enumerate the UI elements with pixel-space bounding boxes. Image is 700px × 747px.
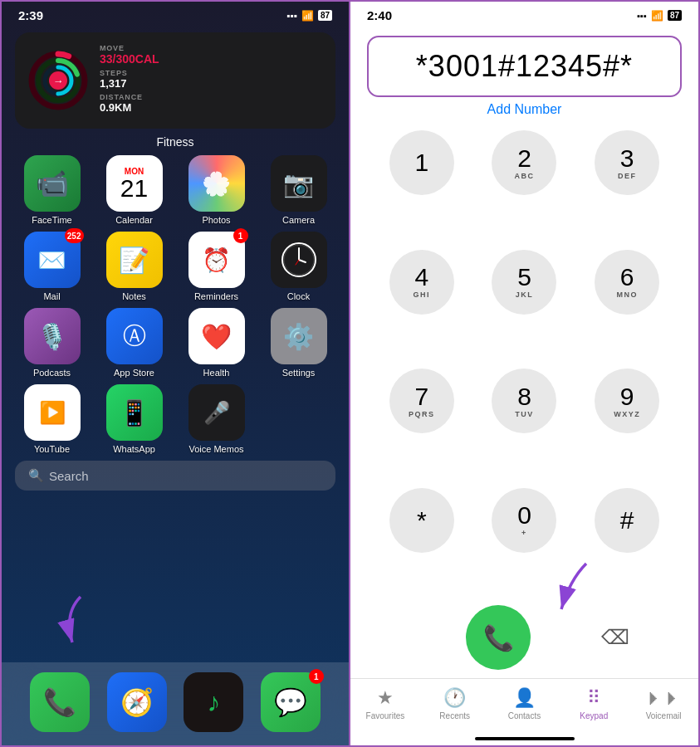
app-podcasts[interactable]: 🎙️ Podcasts — [15, 308, 89, 378]
calendar-icon: MON 21 — [106, 155, 163, 212]
facetime-icon: 📹 — [24, 155, 81, 212]
left-battery: 87 — [318, 10, 332, 21]
clock-label: Clock — [287, 291, 311, 301]
facetime-label: FaceTime — [32, 215, 72, 225]
tab-contacts[interactable]: 👤 Contacts — [499, 687, 549, 720]
favourites-label: Favourites — [366, 711, 405, 720]
contacts-icon: 👤 — [513, 687, 536, 709]
key-hash[interactable]: # — [595, 488, 659, 553]
app-notes[interactable]: 📝 Notes — [97, 232, 171, 301]
keypad: 1 2 ABC 3 DEF 4 GHI 5 JKL 6 MNO 7 PQRS — [350, 130, 698, 597]
app-voicememos[interactable]: 🎤 Voice Memos — [179, 384, 253, 454]
app-grid-row1: 📹 FaceTime MON 21 Calendar 🌸 Photos 📷 Ca… — [2, 155, 349, 225]
key-7[interactable]: 7 PQRS — [389, 369, 454, 433]
key-star[interactable]: * — [389, 488, 454, 553]
key-2[interactable]: 2 ABC — [492, 130, 556, 195]
app-settings[interactable]: ⚙️ Settings — [262, 308, 335, 378]
settings-label: Settings — [282, 368, 316, 378]
appstore-label: App Store — [114, 368, 154, 378]
favourites-icon: ★ — [377, 687, 394, 709]
dock: 📞 🧭 ♪ 💬 1 — [2, 662, 349, 745]
app-youtube[interactable]: ▶️ YouTube — [15, 384, 89, 454]
right-panel: 2:40 ▪▪▪ 📶 87 *3001#12345#* Add Number 1… — [350, 0, 700, 747]
camera-icon: 📷 — [271, 155, 327, 212]
notes-icon: 📝 — [106, 232, 163, 288]
right-status-bar: 2:40 ▪▪▪ 📶 87 — [350, 2, 698, 26]
dock-phone[interactable]: 📞 — [30, 672, 90, 732]
app-grid-row3: 🎙️ Podcasts Ⓐ App Store ❤️ Health ⚙️ Set… — [2, 308, 349, 378]
tab-recents[interactable]: 🕐 Recents — [430, 687, 480, 720]
key-9[interactable]: 9 WXYZ — [595, 369, 659, 433]
reminders-badge: 1 — [233, 228, 248, 243]
app-calendar[interactable]: MON 21 Calendar — [97, 155, 171, 225]
key-5[interactable]: 5 JKL — [492, 250, 556, 315]
tab-favourites[interactable]: ★ Favourites — [360, 687, 410, 720]
key-1[interactable]: 1 — [389, 130, 454, 195]
dock-messages[interactable]: 💬 1 — [261, 672, 321, 732]
left-panel: 2:39 ▪▪▪ 📶 87 → MOVE 33/ — [0, 0, 350, 747]
youtube-icon: ▶️ — [24, 384, 81, 441]
home-indicator — [475, 737, 575, 740]
right-battery: 87 — [668, 10, 682, 21]
keypad-icon: ⠿ — [587, 687, 600, 709]
steps-value: 1,317 — [100, 77, 322, 90]
key-0[interactable]: 0 + — [492, 488, 556, 553]
left-status-bar: 2:39 ▪▪▪ 📶 87 — [2, 2, 349, 26]
photos-label: Photos — [202, 215, 230, 225]
app-health[interactable]: ❤️ Health — [179, 308, 253, 378]
app-grid-row4: ▶️ YouTube 📱 WhatsApp 🎤 Voice Memos — [2, 384, 349, 454]
keypad-label: Keypad — [580, 711, 608, 720]
health-label: Health — [203, 368, 230, 378]
app-camera[interactable]: 📷 Camera — [262, 155, 335, 225]
left-time: 2:39 — [18, 8, 43, 22]
app-appstore[interactable]: Ⓐ App Store — [97, 308, 171, 378]
add-number-link[interactable]: Add Number — [350, 102, 698, 117]
search-label: Search — [49, 469, 89, 483]
key-6[interactable]: 6 MNO — [595, 250, 659, 315]
right-time: 2:40 — [367, 8, 392, 22]
app-facetime[interactable]: 📹 FaceTime — [15, 155, 89, 225]
reminders-label: Reminders — [194, 291, 238, 301]
purple-arrow-left — [47, 588, 114, 658]
settings-icon: ⚙️ — [271, 308, 327, 364]
key-4[interactable]: 4 GHI — [389, 250, 454, 315]
voicememos-icon: 🎤 — [188, 384, 245, 441]
activity-ring: → — [28, 51, 88, 110]
camera-label: Camera — [282, 215, 315, 225]
search-bar[interactable]: 🔍 Search — [15, 461, 335, 491]
dialer-number: *3001#12345#* — [385, 49, 663, 84]
photos-icon: 🌸 — [188, 155, 245, 212]
appstore-icon: Ⓐ — [106, 308, 163, 364]
fitness-widget: → MOVE 33/300CAL STEPS 1,317 DISTANCE 0.… — [15, 32, 335, 129]
wifi-icon: 📶 — [301, 10, 314, 22]
messages-badge: 1 — [309, 669, 324, 684]
recents-icon: 🕐 — [443, 687, 466, 709]
right-wifi-icon: 📶 — [651, 10, 663, 22]
svg-line-9 — [299, 260, 306, 262]
tab-bar: ★ Favourites 🕐 Recents 👤 Contacts ⠿ Keyp… — [350, 678, 698, 737]
app-reminders[interactable]: ⏰ 1 Reminders — [179, 232, 253, 301]
activity-arrow: → — [49, 71, 67, 90]
tab-keypad[interactable]: ⠿ Keypad — [569, 687, 619, 720]
steps-label: STEPS — [100, 69, 322, 77]
dock-safari[interactable]: 🧭 — [107, 672, 167, 732]
key-8[interactable]: 8 TUV — [492, 369, 556, 433]
youtube-label: YouTube — [34, 444, 70, 454]
dock-spotify[interactable]: ♪ — [184, 672, 243, 732]
app-mail[interactable]: ✉️ 252 Mail — [15, 232, 89, 301]
app-photos[interactable]: 🌸 Photos — [179, 155, 253, 225]
key-3[interactable]: 3 DEF — [595, 130, 659, 195]
podcasts-label: Podcasts — [33, 368, 71, 378]
voicemail-label: Voicemail — [646, 711, 682, 720]
app-clock[interactable]: Clock — [262, 232, 335, 301]
app-whatsapp[interactable]: 📱 WhatsApp — [97, 384, 171, 454]
whatsapp-icon: 📱 — [106, 384, 163, 441]
clock-icon — [271, 232, 327, 288]
fitness-stats: MOVE 33/300CAL STEPS 1,317 DISTANCE 0.9K… — [100, 44, 322, 117]
reminders-icon: ⏰ 1 — [188, 232, 245, 288]
tab-voicemail[interactable]: ⏵⏵ Voicemail — [639, 687, 688, 720]
mail-badge: 252 — [65, 228, 84, 243]
dialer-display: *3001#12345#* — [367, 36, 682, 97]
move-value: 33/300CAL — [100, 52, 322, 66]
podcasts-icon: 🎙️ — [24, 308, 81, 364]
